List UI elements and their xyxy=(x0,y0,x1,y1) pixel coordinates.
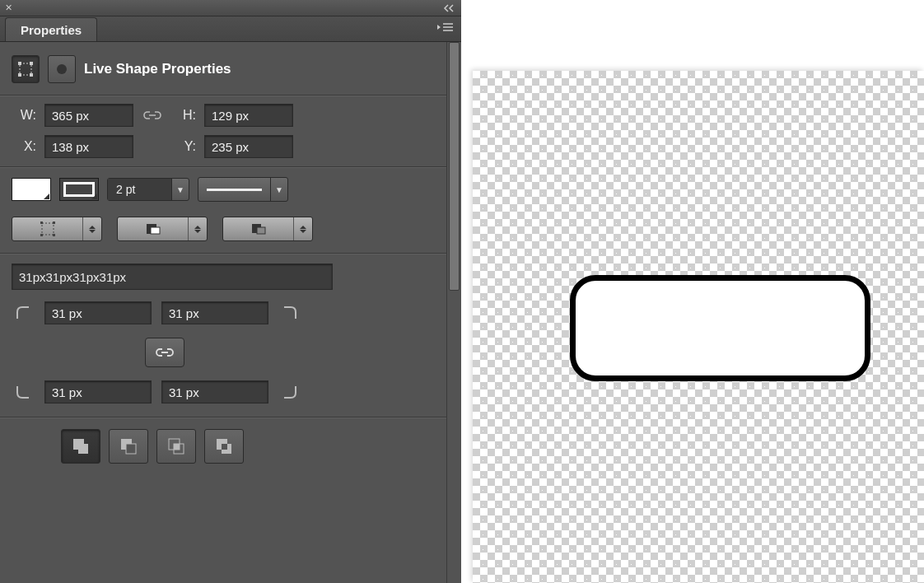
svg-rect-16 xyxy=(78,444,88,454)
panel-header: ✕ xyxy=(0,0,461,16)
corner-bl-icon xyxy=(12,380,35,403)
svg-rect-7 xyxy=(40,222,43,224)
y-input[interactable] xyxy=(204,135,293,158)
radius-tr-input[interactable] xyxy=(161,301,268,324)
stroke-weight-value: 2 pt xyxy=(108,179,172,200)
svg-rect-12 xyxy=(151,227,160,234)
svg-rect-24 xyxy=(222,444,227,450)
stroke-align-select[interactable] xyxy=(117,217,208,241)
stroke-weight-select[interactable]: 2 pt ▼ xyxy=(107,178,189,201)
stepper-icon xyxy=(188,217,207,240)
combine-intersect-button[interactable] xyxy=(156,429,196,464)
height-input[interactable] xyxy=(204,104,293,127)
radius-bl-input[interactable] xyxy=(44,380,152,403)
shape-bounds-icon[interactable] xyxy=(12,55,40,83)
svg-rect-14 xyxy=(257,227,265,234)
svg-point-5 xyxy=(57,64,67,74)
svg-rect-0 xyxy=(20,63,31,75)
close-icon[interactable]: ✕ xyxy=(5,2,12,13)
section-title: Live Shape Properties xyxy=(84,61,231,77)
radii-summary-input[interactable]: 31px31px31px31px xyxy=(12,264,333,290)
svg-rect-6 xyxy=(42,223,54,235)
stroke-swatch[interactable] xyxy=(59,178,99,201)
link-wh-icon[interactable] xyxy=(142,107,163,124)
live-shape-rect[interactable] xyxy=(570,275,870,381)
stepper-icon xyxy=(82,217,101,240)
fill-swatch[interactable] xyxy=(12,178,51,201)
svg-rect-1 xyxy=(18,62,21,65)
svg-rect-2 xyxy=(30,62,33,65)
svg-rect-4 xyxy=(30,73,33,77)
svg-rect-10 xyxy=(53,234,55,236)
panel-menu-icon[interactable] xyxy=(436,21,455,35)
tab-label: Properties xyxy=(21,23,82,37)
scrollbar-thumb[interactable] xyxy=(449,42,460,291)
corner-tr-icon xyxy=(278,301,301,324)
y-label: Y: xyxy=(171,139,196,154)
height-label: H: xyxy=(171,108,196,123)
width-input[interactable] xyxy=(44,104,133,127)
svg-rect-18 xyxy=(126,444,136,454)
mask-icon[interactable] xyxy=(48,55,76,83)
align-edges-select[interactable] xyxy=(12,217,102,241)
stroke-style-select[interactable]: ▼ xyxy=(198,177,288,202)
combine-subtract-button[interactable] xyxy=(109,429,148,464)
combine-exclude-button[interactable] xyxy=(204,429,244,464)
width-label: W: xyxy=(12,108,36,123)
panel-scrollbar[interactable] xyxy=(446,42,461,583)
combine-add-button[interactable] xyxy=(61,429,100,464)
x-label: X: xyxy=(12,139,36,154)
properties-panel: ✕ Properties Live Shape Properties W: xyxy=(0,0,461,583)
link-radii-button[interactable] xyxy=(145,338,184,367)
svg-rect-21 xyxy=(174,444,180,450)
chevron-down-icon: ▼ xyxy=(270,178,287,201)
corner-tl-icon xyxy=(12,301,35,324)
solid-line-icon xyxy=(207,189,262,191)
tab-properties[interactable]: Properties xyxy=(5,17,97,41)
corner-br-icon xyxy=(278,380,301,403)
svg-rect-3 xyxy=(18,73,21,77)
radius-br-input[interactable] xyxy=(161,380,268,403)
svg-rect-9 xyxy=(40,234,43,236)
x-input[interactable] xyxy=(44,135,133,158)
svg-rect-8 xyxy=(53,222,55,224)
stepper-icon xyxy=(293,217,312,240)
radius-tl-input[interactable] xyxy=(44,301,152,324)
chevron-down-icon: ▼ xyxy=(172,185,189,194)
collapse-icon[interactable] xyxy=(443,4,456,12)
path-ops-select[interactable] xyxy=(222,217,313,241)
panel-tabs: Properties xyxy=(0,16,461,42)
canvas[interactable] xyxy=(461,0,924,583)
